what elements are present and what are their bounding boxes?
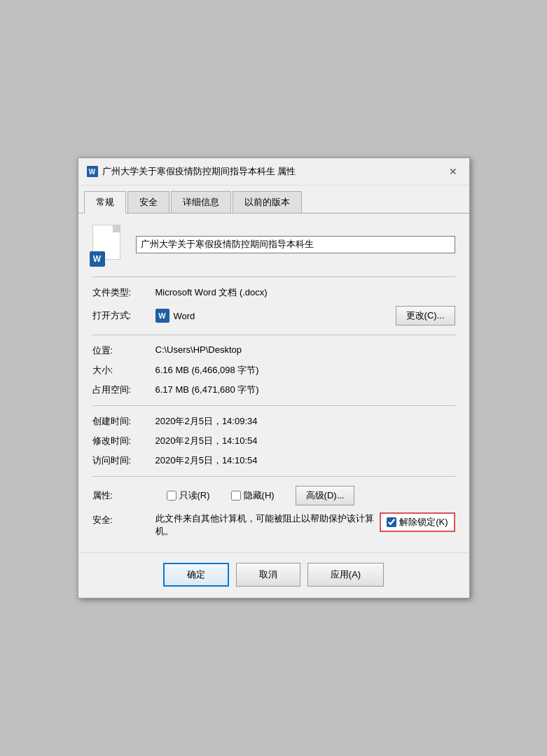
word-title-icon: W <box>87 166 98 177</box>
file-type-row: 文件类型: Microsoft Word 文档 (.docx) <box>92 283 455 302</box>
open-with-app: W Word <box>155 309 195 323</box>
close-button[interactable]: ✕ <box>445 164 461 179</box>
tab-details[interactable]: 详细信息 <box>171 191 231 213</box>
location-value: C:\Users\HP\Desktop <box>155 344 455 355</box>
security-content: 此文件来自其他计算机，可能被阻止以帮助保护该计算机。 解除锁定(K) <box>155 512 455 538</box>
properties-dialog: W 广州大学关于寒假疫情防控期间指导本科生 属性 ✕ 常规 安全 详细信息 以前… <box>78 158 470 598</box>
file-header: W <box>92 225 455 264</box>
tab-general[interactable]: 常规 <box>84 191 126 214</box>
security-text: 此文件来自其他计算机，可能被阻止以帮助保护该计算机。 <box>155 513 374 536</box>
open-with-label: 打开方式: <box>92 309 155 322</box>
footer-buttons: 确定 取消 应用(A) <box>78 552 469 598</box>
apply-button[interactable]: 应用(A) <box>307 563 384 587</box>
hidden-checkbox-item[interactable]: 隐藏(H) <box>231 489 275 502</box>
size-value: 6.16 MB (6,466,098 字节) <box>155 364 455 377</box>
modified-label: 修改时间: <box>92 435 155 447</box>
readonly-checkbox[interactable] <box>167 491 176 500</box>
size-label: 大小: <box>92 364 155 377</box>
modified-row: 修改时间: 2020年2月5日，14:10:54 <box>92 431 455 451</box>
open-with-row: 打开方式: W Word 更改(C)... <box>92 302 455 329</box>
title-bar: W 广州大学关于寒假疫情防控期间指导本科生 属性 ✕ <box>78 158 469 186</box>
window-title: 广州大学关于寒假疫情防控期间指导本科生 属性 <box>102 165 296 178</box>
file-name-input[interactable] <box>136 236 455 253</box>
attributes-row: 属性: 只读(R) 隐藏(H) 高级(D)... <box>92 482 455 509</box>
file-icon: W <box>92 225 126 264</box>
disk-size-label: 占用空间: <box>92 384 155 396</box>
security-label: 安全: <box>92 512 155 526</box>
attrs-label: 属性: <box>92 489 155 502</box>
modified-value: 2020年2月5日，14:10:54 <box>155 435 455 447</box>
hidden-checkbox[interactable] <box>231 491 241 500</box>
divider-4 <box>92 476 455 477</box>
location-row: 位置: C:\Users\HP\Desktop <box>92 341 455 360</box>
attrs-options: 只读(R) 隐藏(H) 高级(D)... <box>167 486 455 505</box>
title-bar-left: W 广州大学关于寒假疫情防控期间指导本科生 属性 <box>87 165 296 178</box>
open-with-app-name: Word <box>174 311 195 321</box>
cancel-button[interactable]: 取消 <box>236 563 300 587</box>
accessed-label: 访问时间: <box>92 454 155 467</box>
word-badge-icon: W <box>90 251 105 267</box>
size-row: 大小: 6.16 MB (6,466,098 字节) <box>92 360 455 380</box>
unlock-box: 解除锁定(K) <box>380 512 455 532</box>
file-type-value: Microsoft Word 文档 (.docx) <box>155 286 455 299</box>
unlock-label: 解除锁定(K) <box>399 516 448 528</box>
file-icon-corner <box>113 225 120 232</box>
readonly-checkbox-item[interactable]: 只读(R) <box>167 489 210 502</box>
created-row: 创建时间: 2020年2月5日，14:09:34 <box>92 412 455 431</box>
accessed-row: 访问时间: 2020年2月5日，14:10:54 <box>92 451 455 470</box>
open-with-content: W Word 更改(C)... <box>155 306 455 326</box>
created-value: 2020年2月5日，14:09:34 <box>155 415 455 428</box>
created-label: 创建时间: <box>92 415 155 428</box>
disk-size-value: 6.17 MB (6,471,680 字节) <box>155 384 455 396</box>
tab-previous-versions[interactable]: 以前的版本 <box>233 191 302 213</box>
unlock-checkbox[interactable] <box>387 517 396 527</box>
disk-size-row: 占用空间: 6.17 MB (6,471,680 字节) <box>92 380 455 400</box>
tab-bar: 常规 安全 详细信息 以前的版本 <box>78 186 469 214</box>
hidden-label: 隐藏(H) <box>244 489 275 502</box>
file-type-label: 文件类型: <box>92 286 155 299</box>
word-app-icon: W <box>155 309 169 323</box>
location-label: 位置: <box>92 344 155 357</box>
readonly-label: 只读(R) <box>179 489 210 502</box>
security-row: 安全: 此文件来自其他计算机，可能被阻止以帮助保护该计算机。 解除锁定(K) <box>92 509 455 541</box>
ok-button[interactable]: 确定 <box>163 563 229 587</box>
divider-1 <box>92 276 455 277</box>
advanced-button[interactable]: 高级(D)... <box>296 486 355 505</box>
divider-2 <box>92 335 455 335</box>
tab-security[interactable]: 安全 <box>127 191 169 213</box>
accessed-value: 2020年2月5日，14:10:54 <box>155 454 455 467</box>
divider-3 <box>92 405 455 406</box>
change-button[interactable]: 更改(C)... <box>396 306 455 326</box>
tab-content: W 文件类型: Microsoft Word 文档 (.docx) 打开方式: … <box>78 214 469 552</box>
